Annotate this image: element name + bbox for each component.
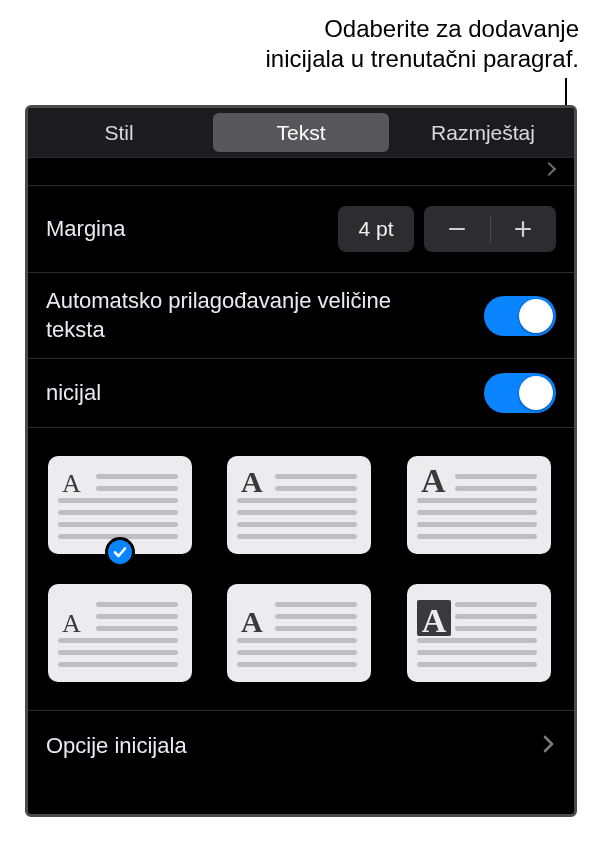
svg-rect-5 — [58, 498, 178, 503]
autosize-toggle[interactable] — [484, 296, 556, 336]
format-panel: Stil Tekst Razmještaj Margina 4 pt — [25, 105, 577, 817]
dropcap-label: nicijal — [46, 379, 101, 408]
toggle-knob — [519, 376, 553, 410]
dropcap-options-row[interactable]: Opcije inicijala — [28, 711, 574, 781]
margin-row: Margina 4 pt — [28, 186, 574, 273]
dropcap-row: nicijal — [28, 359, 574, 428]
dropcap-preview-icon: A — [237, 596, 361, 670]
svg-rect-25 — [96, 614, 178, 619]
dropcap-preview-icon: A — [417, 468, 541, 542]
previous-row-peek[interactable] — [28, 158, 574, 186]
dropcap-options-label: Opcije inicijala — [46, 733, 187, 759]
svg-rect-27 — [58, 638, 178, 643]
svg-rect-24 — [96, 602, 178, 607]
svg-rect-38 — [455, 602, 537, 607]
dropcap-toggle[interactable] — [484, 373, 556, 413]
margin-value-text: 4 pt — [358, 217, 393, 241]
svg-text:A: A — [421, 602, 446, 639]
dropcap-preview-icon: A — [417, 596, 541, 670]
svg-rect-28 — [58, 650, 178, 655]
svg-rect-17 — [455, 474, 537, 479]
chevron-right-icon — [542, 734, 556, 758]
svg-rect-26 — [96, 626, 178, 631]
svg-rect-4 — [96, 486, 178, 491]
autosize-label: Automatsko prilagođavanje veličine tekst… — [46, 287, 406, 344]
svg-rect-14 — [237, 522, 357, 527]
margin-value[interactable]: 4 pt — [338, 206, 414, 252]
dropcap-option-raised-bold[interactable]: A — [407, 456, 551, 554]
svg-rect-13 — [237, 510, 357, 515]
margin-controls: 4 pt — [338, 206, 556, 252]
svg-rect-29 — [58, 662, 178, 667]
tab-layout[interactable]: Razmještaj — [395, 113, 571, 152]
svg-rect-36 — [237, 662, 357, 667]
panel-body: Margina 4 pt — [28, 158, 574, 781]
margin-decrease-button[interactable] — [424, 206, 490, 252]
dropcap-preview-icon: A — [58, 596, 182, 670]
callout-line2: inicijala u trenutačni paragraf. — [265, 44, 579, 74]
tab-bar: Stil Tekst Razmještaj — [28, 108, 574, 158]
plus-icon — [512, 218, 534, 240]
svg-rect-22 — [417, 534, 537, 539]
svg-rect-3 — [96, 474, 178, 479]
dropcap-preview-icon: A — [237, 468, 361, 542]
dropcap-option-raised-medium[interactable]: A — [227, 456, 371, 554]
dropcap-option-dropped-boxed[interactable]: A — [407, 584, 551, 682]
svg-rect-40 — [455, 626, 537, 631]
tab-text[interactable]: Tekst — [213, 113, 389, 152]
svg-text:A: A — [421, 468, 446, 499]
dropcap-option-dropped-medium[interactable]: A — [227, 584, 371, 682]
svg-text:A: A — [62, 469, 81, 498]
svg-rect-34 — [237, 638, 357, 643]
autosize-row: Automatsko prilagođavanje veličine tekst… — [28, 273, 574, 359]
tab-style[interactable]: Stil — [31, 113, 207, 152]
svg-rect-39 — [455, 614, 537, 619]
callout-line1: Odaberite za dodavanje — [265, 14, 579, 44]
svg-rect-20 — [417, 510, 537, 515]
svg-rect-7 — [58, 522, 178, 527]
tab-layout-label: Razmještaj — [431, 121, 535, 145]
selected-check-icon — [105, 537, 135, 567]
tab-style-label: Stil — [104, 121, 133, 145]
margin-stepper — [424, 206, 556, 252]
minus-icon — [446, 218, 468, 240]
dropcap-option-dropped-light[interactable]: A — [48, 584, 192, 682]
callout-text: Odaberite za dodavanje inicijala u trenu… — [265, 14, 579, 74]
dropcap-preview-icon: A — [58, 468, 182, 542]
svg-rect-35 — [237, 650, 357, 655]
margin-label: Margina — [46, 215, 125, 244]
svg-rect-12 — [237, 498, 357, 503]
svg-rect-32 — [275, 614, 357, 619]
tab-text-label: Tekst — [276, 121, 325, 145]
svg-rect-18 — [455, 486, 537, 491]
svg-rect-21 — [417, 522, 537, 527]
svg-rect-15 — [237, 534, 357, 539]
svg-rect-33 — [275, 626, 357, 631]
svg-text:A: A — [241, 605, 263, 638]
svg-rect-42 — [417, 650, 537, 655]
toggle-knob — [519, 299, 553, 333]
svg-text:A: A — [241, 468, 263, 498]
svg-rect-31 — [275, 602, 357, 607]
svg-rect-11 — [275, 486, 357, 491]
dropcap-style-grid: AAAAAA — [28, 428, 574, 711]
svg-rect-43 — [417, 662, 537, 667]
margin-increase-button[interactable] — [491, 206, 557, 252]
svg-rect-10 — [275, 474, 357, 479]
svg-text:A: A — [62, 609, 81, 638]
svg-rect-6 — [58, 510, 178, 515]
dropcap-option-raised-small[interactable]: A — [48, 456, 192, 554]
